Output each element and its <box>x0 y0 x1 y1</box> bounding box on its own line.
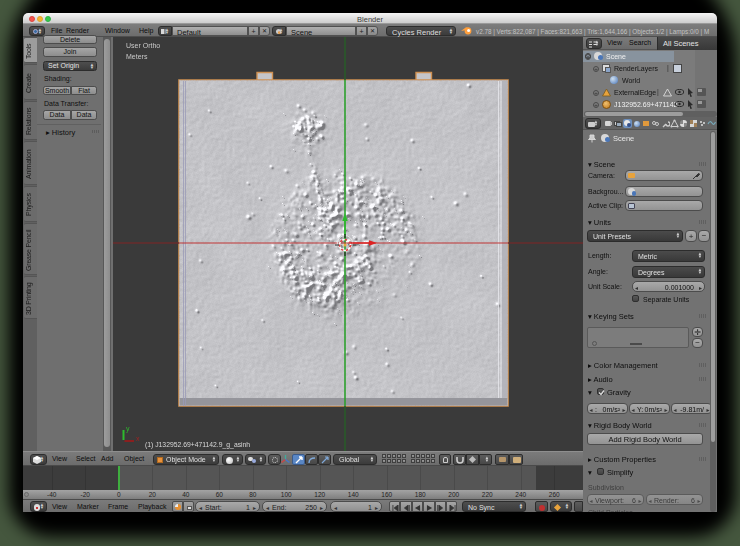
svg-text:x: x <box>136 435 140 442</box>
svg-text:y: y <box>126 425 130 433</box>
